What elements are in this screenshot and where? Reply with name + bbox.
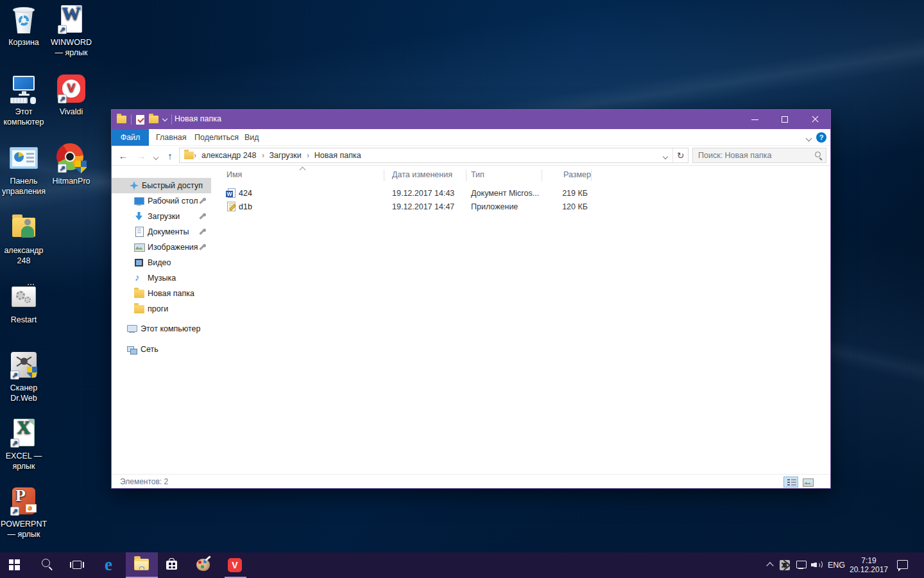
breadcrumb-user[interactable]: александр 248 (196, 151, 262, 160)
desktop-icon-excel[interactable]: X EXCEL — ярлык (0, 417, 49, 471)
sidebar-item-quick-access[interactable]: Быстрый доступ (112, 178, 211, 193)
folder-icon (184, 152, 194, 159)
powerpnt-icon: P (8, 486, 39, 516)
desktop-icon-user-folder[interactable]: александр 248 (0, 212, 49, 266)
paint-taskbar-icon[interactable] (196, 552, 211, 578)
desktop-icon-label: александр 248 (0, 245, 49, 266)
folder-icon[interactable] (117, 116, 126, 123)
status-bar: Элементов: 2 (112, 474, 830, 488)
desktop-icon-winword[interactable]: W WINWORD — ярлык (46, 4, 96, 58)
file-row-424[interactable]: W 424 19.12.2017 14:43 Документ Micros..… (212, 187, 700, 200)
vivaldi-taskbar-icon[interactable]: V (228, 552, 243, 578)
sidebar-item-music[interactable]: Музыка (112, 270, 211, 286)
shortcut-arrow-icon (10, 371, 19, 380)
sidebar-item-desktop[interactable]: Рабочий стол (112, 193, 211, 209)
address-dropdown-icon[interactable] (658, 150, 672, 161)
desktop-icon-label: HitmanPro (46, 176, 96, 186)
column-header-modified[interactable]: Дата изменения (392, 168, 452, 182)
desktop-icon-drweb[interactable]: Сканер Dr.Web (0, 349, 49, 403)
edge-taskbar-icon[interactable]: e (101, 552, 116, 578)
desktop-icon-recycle-bin[interactable]: Корзина (0, 4, 49, 48)
excel-icon: X (8, 417, 39, 448)
desktop-icon-control-panel[interactable]: Панель управления (0, 143, 49, 197)
window-title: Новая папка (175, 114, 221, 123)
pin-icon (199, 229, 206, 236)
explorer-taskbar-icon[interactable] (134, 552, 150, 578)
tab-view[interactable]: Вид (244, 129, 259, 146)
search-input[interactable] (693, 148, 809, 162)
quick-access-toolbar (117, 110, 172, 129)
task-view-button[interactable] (69, 552, 85, 578)
sidebar-item-network[interactable]: Сеть (112, 342, 211, 357)
music-icon (133, 273, 144, 283)
language-indicator[interactable]: ENG (828, 561, 845, 570)
new-folder-icon[interactable] (149, 116, 158, 123)
clock[interactable]: 7:1920.12.2017 (848, 556, 889, 574)
sidebar-item-videos[interactable]: Видео (112, 255, 211, 270)
ribbon-menubar: Файл Главная Поделиться Вид ? (112, 129, 830, 146)
sidebar-item-progi[interactable]: проги (112, 301, 211, 317)
sidebar-item-this-pc[interactable]: Этот компьютер (112, 321, 211, 337)
folder-icon (134, 305, 144, 313)
minimize-button[interactable] (740, 110, 770, 129)
back-button[interactable]: ← (116, 146, 131, 166)
action-center-icon[interactable] (897, 560, 908, 569)
items-count: Элементов: 2 (120, 477, 168, 486)
desktop-icon-powerpnt[interactable]: P POWERPNT — ярлык (0, 486, 49, 539)
control-panel-icon (8, 143, 39, 173)
pin-icon (199, 244, 206, 251)
volume-tray-icon[interactable] (811, 560, 823, 570)
tab-share[interactable]: Поделиться (194, 129, 239, 146)
titlebar[interactable]: Новая папка (112, 110, 830, 129)
qat-dropdown-icon[interactable] (162, 116, 167, 121)
network-tray-icon[interactable] (796, 561, 807, 568)
tray-date: 20.12.2017 (848, 565, 889, 574)
close-button[interactable] (800, 110, 830, 129)
shortcut-arrow-icon (58, 164, 67, 173)
up-button[interactable]: ↑ (163, 146, 177, 166)
breadcrumb-current[interactable]: Новая папка (309, 151, 366, 160)
restart-icon (8, 281, 39, 312)
search-box[interactable] (692, 148, 826, 163)
maximize-button[interactable] (770, 110, 800, 129)
tab-file[interactable]: Файл (112, 129, 149, 146)
pin-icon (199, 198, 206, 205)
this-pc-icon (126, 324, 137, 334)
desktop-icon-label: Vivaldi (46, 107, 96, 117)
column-header-type[interactable]: Тип (471, 168, 484, 182)
sidebar-item-downloads[interactable]: Загрузки (112, 209, 211, 224)
search-icon[interactable] (815, 152, 821, 157)
tab-home[interactable]: Главная (156, 129, 187, 146)
details-view-button[interactable] (783, 477, 798, 487)
sidebar-item-new-folder[interactable]: Новая папка (112, 286, 211, 301)
forward-button[interactable]: → (133, 146, 149, 166)
tray-expand-icon[interactable] (766, 562, 773, 569)
desktop-icon-this-pc[interactable]: Этот компьютер (0, 73, 49, 127)
refresh-button[interactable]: ↻ (672, 148, 688, 162)
sort-ascending-icon (300, 167, 306, 173)
help-button[interactable]: ? (816, 132, 826, 143)
address-bar[interactable]: › александр 248 › Загрузки › Новая папка… (179, 148, 689, 163)
drweb-tray-icon[interactable] (780, 560, 790, 570)
desktop-icon-vivaldi[interactable]: V Vivaldi (46, 73, 96, 117)
desktop-icon-label: EXCEL — ярлык (0, 451, 49, 471)
desktop-icon-label: Restart (0, 315, 49, 325)
breadcrumb-downloads[interactable]: Загрузки (264, 151, 307, 160)
desktop-icon-restart[interactable]: Restart (0, 281, 49, 325)
recent-locations-button[interactable] (150, 146, 162, 166)
thumbnails-view-button[interactable] (800, 477, 815, 487)
taskbar-search-button[interactable] (39, 552, 55, 578)
start-button[interactable] (7, 552, 22, 578)
store-taskbar-icon[interactable] (164, 552, 180, 578)
sidebar-item-pictures[interactable]: Изображения (112, 240, 211, 255)
desktop-icon-hitmanpro[interactable]: HitmanPro (46, 143, 96, 186)
file-row-d1b[interactable]: d1b 19.12.2017 14:47 Приложение 120 КБ (212, 200, 700, 214)
ribbon-expand-icon[interactable] (806, 136, 812, 142)
properties-icon[interactable] (136, 115, 144, 125)
column-header-size[interactable]: Размер (542, 168, 591, 182)
column-header-name[interactable]: Имя (227, 168, 242, 182)
user-folder-icon (8, 212, 39, 243)
vivaldi-icon: V (56, 73, 87, 104)
winword-icon: W (56, 4, 87, 35)
sidebar-item-documents[interactable]: Документы (112, 224, 211, 240)
